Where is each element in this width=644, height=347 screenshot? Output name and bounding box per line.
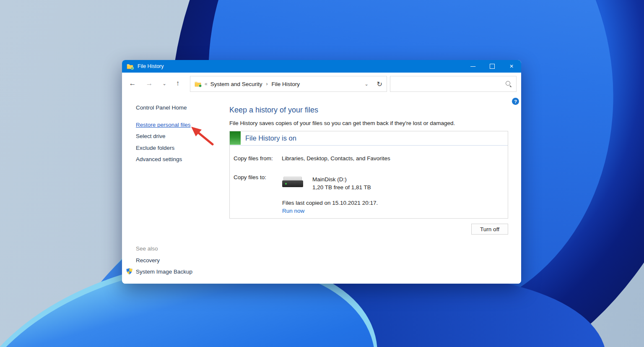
back-icon: ← [129,79,136,88]
breadcrumb-separator-icon: › [266,81,268,87]
up-icon: ↑ [176,79,180,88]
up-button[interactable]: ↑ [172,76,183,91]
sidebar-item-exclude-folders[interactable]: Exclude folders [136,145,174,151]
title-bar[interactable]: File History — ✕ [122,60,521,73]
back-button[interactable]: ← [127,76,138,91]
forward-icon: → [146,79,153,88]
copy-files-from-label: Copy files from: [234,155,273,162]
help-button[interactable]: ? [512,98,519,105]
drive-free-space: 1,20 TB free of 1,81 TB [312,184,371,190]
sidebar-item-restore-personal-files[interactable]: Restore personal files [136,122,191,128]
refresh-icon[interactable]: ↻ [377,80,382,88]
breadcrumb-system-and-security[interactable]: System and Security [210,81,262,87]
sidebar-see-also-label: See also [136,245,158,252]
minimize-icon: — [470,63,475,69]
uac-shield-icon [126,268,133,275]
search-icon[interactable] [505,81,512,87]
maximize-icon [490,64,495,69]
file-history-app-icon [127,63,134,70]
file-history-window: File History — ✕ ← → ⌄ ↑ « System and Se… [122,60,521,284]
drive-name: MainDisk (D:) [312,176,347,183]
file-history-status-panel: File History is on Copy files from: Libr… [229,131,508,219]
help-icon: ? [514,99,517,104]
window-body: ? Control Panel Home Restore personal fi… [122,95,521,284]
annotation-arrow-icon [189,125,216,148]
breadcrumb-root-chevron-icon[interactable]: « [205,81,208,87]
status-text: File History is on [245,131,296,145]
address-dropdown-icon[interactable]: ⌄ [364,81,368,87]
desktop: File History — ✕ ← → ⌄ ↑ « System and Se… [0,0,644,347]
maximize-button[interactable] [483,60,502,73]
sidebar-item-system-image-backup[interactable]: System Image Backup [136,269,192,275]
last-copied-status: Files last copied on 15.10.2021 20:17. [282,200,378,206]
minimize-button[interactable]: — [463,60,483,73]
status-on-indicator [230,131,241,145]
sidebar-item-select-drive[interactable]: Select drive [136,133,166,139]
window-title: File History [138,63,164,69]
search-box[interactable] [390,76,517,92]
recent-locations-button[interactable]: ⌄ [159,76,170,91]
navigation-toolbar: ← → ⌄ ↑ « System and Security › File His… [122,73,521,95]
close-button[interactable]: ✕ [502,60,521,73]
address-folder-icon [195,81,202,87]
status-header: File History is on [230,131,508,146]
chevron-down-icon: ⌄ [162,81,166,86]
forward-button[interactable]: → [144,76,155,91]
run-now-link[interactable]: Run now [282,208,304,214]
address-bar[interactable]: « System and Security › File History ⌄ ↻ [190,76,387,92]
hard-drive-icon [282,177,303,188]
page-description: File History saves copies of your files … [229,120,455,126]
close-icon: ✕ [509,63,514,69]
sidebar-item-recovery[interactable]: Recovery [136,257,160,264]
copy-files-from-value: Libraries, Desktop, Contacts, and Favori… [282,155,390,162]
search-input[interactable] [395,81,505,88]
page-title: Keep a history of your files [229,106,318,115]
caption-buttons: — ✕ [463,60,521,73]
sidebar-item-control-panel-home[interactable]: Control Panel Home [136,104,187,111]
copy-files-to-label: Copy files to: [234,174,266,180]
breadcrumb-file-history[interactable]: File History [272,81,300,87]
turn-off-button[interactable]: Turn off [471,224,508,235]
sidebar-item-advanced-settings[interactable]: Advanced settings [136,156,182,162]
